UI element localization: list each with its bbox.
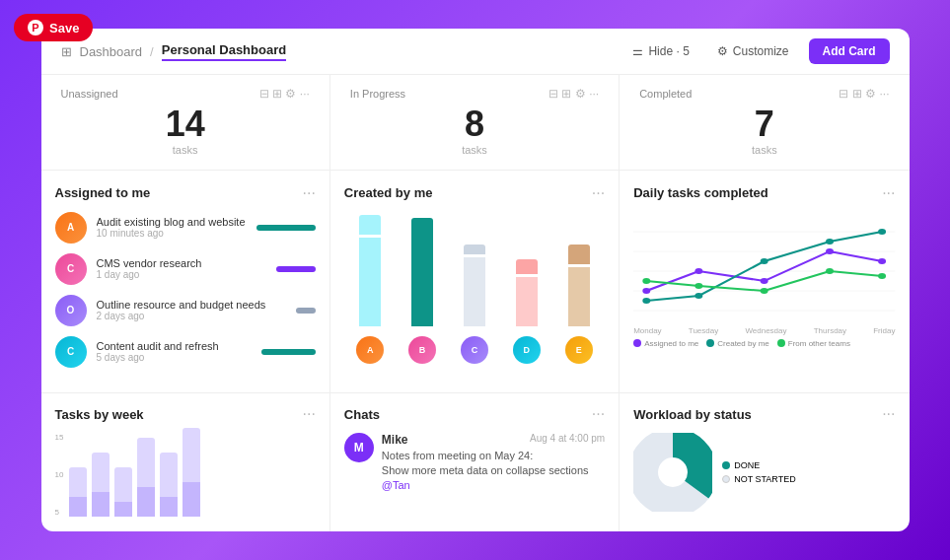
task-time: 10 minutes ago bbox=[97, 228, 247, 239]
created-by-me-card: Created by me ··· bbox=[330, 171, 620, 392]
avatar: A bbox=[55, 212, 87, 244]
y-labels: 15 10 5 bbox=[55, 433, 64, 517]
svg-point-8 bbox=[826, 248, 834, 254]
chat-meta: Mike Aug 4 at 4:00 pm bbox=[382, 433, 605, 447]
stat-completed-sublabel: tasks bbox=[639, 144, 889, 156]
legend-dot bbox=[777, 339, 785, 347]
bar-group bbox=[114, 467, 132, 517]
legend-label: Assigned to me bbox=[644, 339, 698, 348]
legend-item: Assigned to me bbox=[633, 339, 698, 348]
daily-tasks-menu[interactable]: ··· bbox=[882, 184, 895, 202]
task-info: Content audit and refresh 5 days ago bbox=[97, 340, 252, 363]
assigned-to-me-menu[interactable]: ··· bbox=[302, 184, 315, 202]
save-label: Save bbox=[49, 21, 79, 35]
wl-dot-not-started bbox=[722, 475, 730, 483]
chat-line1: Notes from meeting on May 24: bbox=[382, 449, 605, 463]
wl-label-not-started: NOT STARTED bbox=[734, 474, 796, 484]
avatar: C bbox=[55, 253, 87, 285]
hide-label: Hide · 5 bbox=[648, 44, 689, 58]
chat-avatar: M bbox=[344, 433, 374, 462]
bar-seg bbox=[160, 453, 178, 497]
hide-button[interactable]: ⚌ Hide · 5 bbox=[624, 40, 696, 62]
workload-content: DONE NOT STARTED bbox=[633, 433, 895, 512]
svg-point-16 bbox=[695, 283, 703, 289]
svg-point-17 bbox=[761, 288, 768, 294]
stat-completed-label: Completed bbox=[639, 88, 692, 100]
task-item: O Outline resource and budget needs 2 da… bbox=[55, 295, 316, 326]
stat-completed-number: 7 bbox=[639, 105, 889, 144]
bar-segment bbox=[464, 257, 485, 326]
task-info: Audit existing blog and website 10 minut… bbox=[97, 216, 247, 239]
bar-seg bbox=[137, 487, 155, 517]
workload-labels: DONE NOT STARTED bbox=[722, 460, 796, 484]
bar-column bbox=[359, 215, 381, 326]
svg-point-14 bbox=[878, 229, 886, 235]
breadcrumb-parent[interactable]: Dashboard bbox=[80, 44, 143, 59]
stat-unassigned: Unassigned ⊟ ⊞ ⚙ ··· 14 tasks bbox=[41, 75, 330, 170]
chat-line2: Show more meta data on collapse sections bbox=[382, 463, 605, 478]
bar-seg bbox=[183, 482, 200, 517]
bottom-row: Tasks by week ··· 15 10 5 bbox=[41, 393, 910, 531]
legend-label: Created by me bbox=[717, 339, 768, 348]
bar-group bbox=[69, 467, 87, 517]
bar-column bbox=[411, 218, 433, 326]
add-card-label: Add Card bbox=[823, 44, 876, 58]
created-by-me-chart bbox=[344, 212, 605, 330]
bar-seg bbox=[114, 502, 132, 517]
daily-tasks-card: Daily tasks completed ··· bbox=[620, 171, 909, 392]
legend-item: From other teams bbox=[777, 339, 850, 348]
tasks-by-week-menu[interactable]: ··· bbox=[302, 405, 315, 423]
svg-point-7 bbox=[761, 278, 768, 284]
svg-point-5 bbox=[642, 288, 650, 294]
bar-seg bbox=[92, 453, 110, 492]
created-by-me-title: Created by me bbox=[344, 185, 433, 200]
add-card-button[interactable]: Add Card bbox=[809, 38, 890, 64]
bar-segment bbox=[516, 259, 538, 274]
task-name: Outline resource and budget needs bbox=[97, 299, 286, 311]
bar-column bbox=[568, 245, 590, 326]
bar-seg bbox=[69, 497, 87, 517]
dashboard-container: ⊞ Dashboard / Personal Dashboard ⚌ Hide … bbox=[41, 29, 910, 531]
wl-label-done: DONE bbox=[734, 460, 760, 470]
stat-inprogress-icons: ⊟ ⊞ ⚙ ··· bbox=[548, 87, 599, 101]
small-avatar: A bbox=[356, 336, 384, 364]
stat-unassigned-sublabel: tasks bbox=[61, 144, 310, 156]
daily-tasks-title: Daily tasks completed bbox=[633, 185, 768, 200]
task-item: C CMS vendor research 1 day ago bbox=[55, 253, 316, 285]
stat-completed: Completed ⊟ ⊞ ⚙ ··· 7 tasks bbox=[620, 75, 909, 170]
svg-point-6 bbox=[695, 268, 703, 274]
assigned-to-me-title: Assigned to me bbox=[55, 185, 151, 200]
stat-inprogress-number: 8 bbox=[350, 105, 599, 144]
stats-row: Unassigned ⊟ ⊞ ⚙ ··· 14 tasks In Progres… bbox=[41, 75, 910, 171]
week-chart: 15 10 5 bbox=[55, 433, 316, 517]
filter-icon: ⚌ bbox=[632, 44, 643, 58]
task-name: Audit existing blog and website bbox=[97, 216, 247, 228]
settings-icon: ⚙ bbox=[717, 44, 728, 58]
chats-title: Chats bbox=[344, 407, 380, 422]
svg-point-11 bbox=[695, 293, 703, 299]
bar-seg bbox=[183, 428, 200, 482]
chat-mention[interactable]: @Tan bbox=[382, 479, 605, 491]
bar-group bbox=[92, 453, 110, 517]
stat-inprogress: In Progress ⊟ ⊞ ⚙ ··· 8 tasks bbox=[330, 75, 620, 170]
customize-button[interactable]: ⚙ Customize bbox=[709, 40, 797, 62]
stat-completed-icons: ⊟ ⊞ ⚙ ··· bbox=[839, 87, 889, 101]
created-by-me-menu[interactable]: ··· bbox=[592, 184, 605, 202]
workload-label-done: DONE bbox=[722, 460, 796, 470]
task-progress-bar bbox=[276, 266, 316, 272]
chat-time: Aug 4 at 4:00 pm bbox=[530, 433, 605, 447]
chat-item: M Mike Aug 4 at 4:00 pm Notes from meeti… bbox=[344, 433, 605, 491]
legend-dot bbox=[633, 339, 641, 347]
task-info: CMS vendor research 1 day ago bbox=[97, 257, 266, 280]
bar-segment bbox=[568, 267, 590, 326]
task-info: Outline resource and budget needs 2 days… bbox=[97, 299, 286, 321]
bar-column bbox=[464, 245, 485, 326]
bar-segment bbox=[359, 238, 381, 326]
chat-sender-name: Mike bbox=[382, 433, 408, 447]
legend-label: From other teams bbox=[788, 339, 850, 348]
wl-dot-done bbox=[722, 461, 730, 469]
save-button[interactable]: P Save bbox=[14, 14, 93, 41]
small-avatar: C bbox=[461, 336, 488, 364]
chats-menu[interactable]: ··· bbox=[592, 405, 605, 423]
workload-menu[interactable]: ··· bbox=[882, 405, 895, 423]
